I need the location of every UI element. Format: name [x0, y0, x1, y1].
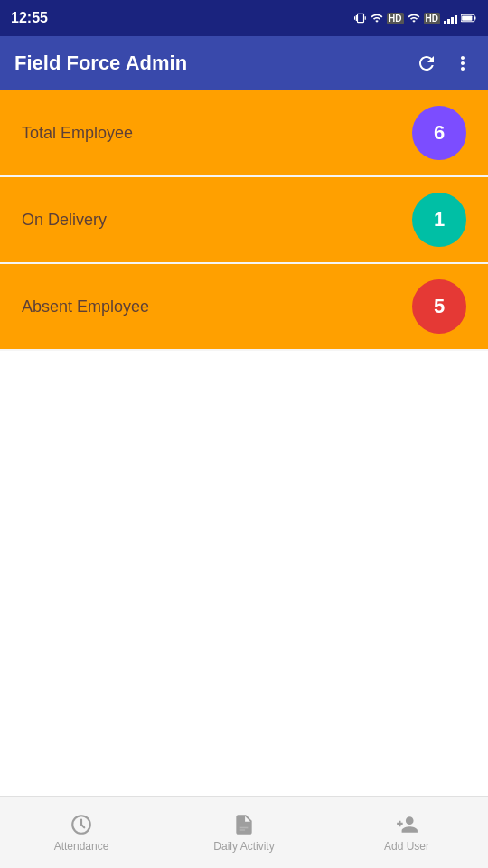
absent-employee-count: 5 — [434, 295, 445, 318]
total-employee-badge: 6 — [412, 106, 466, 160]
total-employee-label: Total Employee — [22, 124, 133, 143]
main-content: Total Employee 6 On Delivery 1 Absent Em… — [0, 90, 488, 796]
app-bar-actions — [416, 52, 474, 74]
battery-icon — [461, 13, 477, 24]
absent-employee-card[interactable]: Absent Employee 5 — [0, 264, 488, 351]
on-delivery-count: 1 — [434, 208, 445, 231]
nav-daily-activity[interactable]: Daily Activity — [163, 797, 325, 868]
wifi-icon — [371, 12, 383, 24]
on-delivery-card[interactable]: On Delivery 1 — [0, 177, 488, 264]
absent-employee-label: Absent Employee — [22, 297, 149, 316]
total-employee-count: 6 — [434, 121, 445, 145]
add-user-label: Add User — [384, 840, 429, 853]
nav-attendance[interactable]: Attendance — [0, 797, 163, 868]
daily-activity-label: Daily Activity — [213, 840, 274, 853]
app-bar: Field Force Admin — [0, 36, 488, 90]
svg-rect-2 — [462, 15, 472, 20]
vibrate-icon — [354, 12, 367, 24]
signal-icon-2 — [444, 12, 457, 24]
app-title: Field Force Admin — [14, 52, 187, 75]
nav-add-user[interactable]: Add User — [325, 797, 488, 868]
total-employee-card[interactable]: Total Employee 6 — [0, 90, 488, 177]
hd-badge-1: HD — [387, 13, 403, 24]
clock-icon — [70, 813, 93, 836]
attendance-label: Attendance — [54, 840, 109, 853]
status-icons: HD HD — [354, 12, 477, 24]
add-user-icon — [395, 813, 418, 836]
bottom-nav: Attendance Daily Activity Add User — [0, 796, 488, 868]
on-delivery-badge: 1 — [412, 193, 466, 247]
signal-icon-1 — [408, 12, 420, 24]
absent-employee-badge: 5 — [412, 279, 466, 334]
document-icon — [232, 813, 256, 836]
svg-rect-1 — [474, 17, 476, 20]
refresh-button[interactable] — [416, 52, 437, 74]
status-bar: 12:55 HD HD — [0, 0, 488, 36]
status-time: 12:55 — [11, 10, 48, 26]
hd-badge-2: HD — [424, 13, 440, 24]
more-options-button[interactable] — [452, 52, 474, 74]
on-delivery-label: On Delivery — [22, 211, 107, 230]
